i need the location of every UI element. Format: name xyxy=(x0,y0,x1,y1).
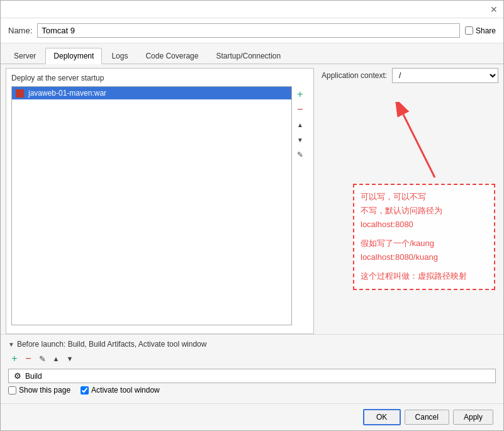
annotation-area: 可以写，可以不写 不写，默认访问路径为 localhost:8080 假如写了一… xyxy=(322,83,498,334)
move-up-button[interactable]: ▲ xyxy=(293,118,307,132)
build-icon: ⚙ xyxy=(14,371,21,381)
share-checkbox[interactable] xyxy=(465,26,473,35)
annotation-line1: 可以写，可以不写 xyxy=(361,190,488,204)
run-configuration-dialog: ✕ Name: Share Server Deployment Logs Cod… xyxy=(0,0,504,431)
move-down-button[interactable]: ▼ xyxy=(293,133,307,147)
app-context-label: Application context: xyxy=(322,71,387,80)
tab-startup-connection[interactable]: Startup/Connection xyxy=(208,48,289,64)
options-row: Show this page Activate tool window xyxy=(8,386,496,395)
left-panel: Deploy at the server startup javaweb-01-… xyxy=(6,68,314,334)
add-artifact-button[interactable]: + xyxy=(293,87,307,101)
close-button[interactable]: ✕ xyxy=(488,4,500,15)
annotation-line8: 这个过程叫做：虚拟路径映射 xyxy=(361,269,488,283)
tabs-row: Server Deployment Logs Code Coverage Sta… xyxy=(1,43,503,64)
share-label: Share xyxy=(476,26,496,35)
artifact-list[interactable]: javaweb-01-maven:war xyxy=(11,86,292,325)
tab-server[interactable]: Server xyxy=(6,48,44,64)
activate-tool-checkbox[interactable] xyxy=(81,386,89,395)
artifact-area: javaweb-01-maven:war + − ▲ ▼ ✎ xyxy=(11,86,308,328)
app-context-row: Application context: / xyxy=(322,68,498,83)
deploy-label: Deploy at the server startup xyxy=(11,74,308,82)
launch-down-button[interactable]: ▼ xyxy=(64,352,76,365)
launch-edit-button[interactable]: ✎ xyxy=(36,352,48,365)
content-wrapper: Deploy at the server startup javaweb-01-… xyxy=(1,64,503,403)
build-label: Build xyxy=(25,372,42,381)
footer: OK Cancel Apply xyxy=(1,403,503,430)
remove-artifact-button[interactable]: − xyxy=(293,103,307,116)
annotation-line6: localhost:8080/kuang xyxy=(361,250,488,264)
inner-main: Deploy at the server startup javaweb-01-… xyxy=(1,68,503,334)
show-page-checkbox[interactable] xyxy=(8,386,16,395)
right-panel: Application context: / xyxy=(314,68,498,334)
vertical-toolbar: + − ▲ ▼ ✎ xyxy=(292,86,308,328)
build-row: ⚙ Build xyxy=(8,369,496,383)
annotation-arrow xyxy=(384,102,460,184)
launch-toolbar: + − ✎ ▲ ▼ xyxy=(8,352,496,365)
apply-button[interactable]: Apply xyxy=(453,410,493,425)
artifact-item[interactable]: javaweb-01-maven:war xyxy=(12,87,291,99)
show-page-item: Show this page xyxy=(8,386,70,395)
edit-button[interactable]: ✎ xyxy=(293,148,307,162)
before-launch-header: ▼ Before launch: Build, Build Artifacts,… xyxy=(8,340,496,349)
launch-up-button[interactable]: ▲ xyxy=(50,352,62,365)
launch-remove-button[interactable]: − xyxy=(22,352,35,365)
before-launch-section: ▼ Before launch: Build, Build Artifacts,… xyxy=(1,334,503,400)
launch-add-button[interactable]: + xyxy=(8,352,21,365)
name-label: Name: xyxy=(8,26,32,35)
artifact-name: javaweb-01-maven:war xyxy=(28,89,106,98)
annotation-box: 可以写，可以不写 不写，默认访问路径为 localhost:8080 假如写了一… xyxy=(353,184,495,290)
name-input[interactable] xyxy=(37,23,460,38)
show-page-label: Show this page xyxy=(19,386,70,395)
collapse-icon[interactable]: ▼ xyxy=(8,341,14,348)
ok-button[interactable]: OK xyxy=(363,409,401,425)
annotation-line5: 假如写了一个/kaung xyxy=(361,237,488,250)
activate-tool-label: Activate tool window xyxy=(91,386,160,395)
annotation-line2: 不写，默认访问路径为 xyxy=(361,204,488,218)
activate-tool-item: Activate tool window xyxy=(81,386,160,395)
cancel-button[interactable]: Cancel xyxy=(405,410,449,425)
svg-line-1 xyxy=(403,115,435,177)
name-row: Name: Share xyxy=(1,18,503,43)
share-row: Share xyxy=(465,26,496,35)
tab-logs[interactable]: Logs xyxy=(103,48,136,64)
app-context-select[interactable]: / xyxy=(392,68,498,83)
annotation-line3: localhost:8080 xyxy=(361,218,488,232)
war-icon xyxy=(16,89,24,98)
tab-deployment[interactable]: Deployment xyxy=(45,48,102,64)
tab-code-coverage[interactable]: Code Coverage xyxy=(137,48,206,64)
title-bar: ✕ xyxy=(1,1,503,18)
before-launch-title: Before launch: Build, Build Artifacts, A… xyxy=(17,340,207,349)
deployment-panel: Deploy at the server startup javaweb-01-… xyxy=(6,68,314,334)
